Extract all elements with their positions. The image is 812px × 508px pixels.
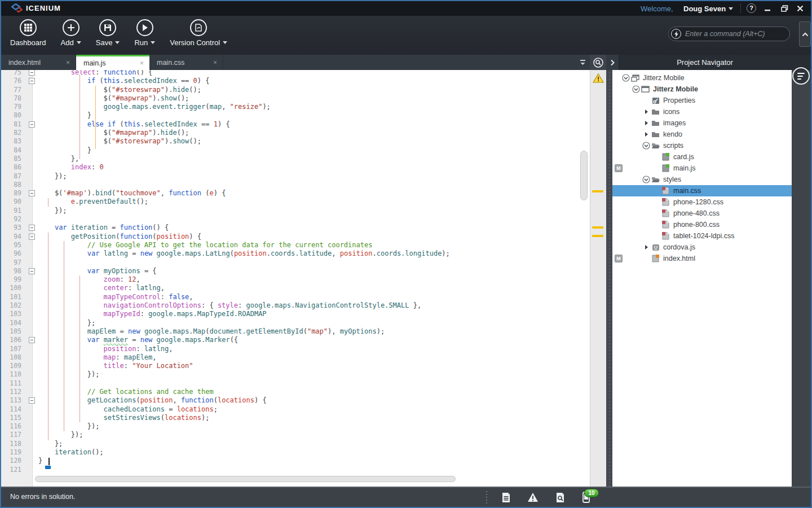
- tree-item-card-js[interactable]: card.js: [612, 151, 792, 163]
- toolbar-button-add[interactable]: Add: [58, 18, 85, 48]
- tree-item-label: tablet-1024-ldpi.css: [673, 232, 734, 240]
- fold-toggle[interactable]: [29, 268, 35, 274]
- tree-item-tablet-1024-ldpi-css[interactable]: tablet-1024-ldpi.css: [612, 230, 792, 242]
- line-number: 119: [1, 448, 26, 457]
- toolbar-button-dashboard[interactable]: Dashboard: [7, 18, 50, 48]
- collapse-node-icon[interactable]: [642, 141, 651, 150]
- line-number: 95: [1, 241, 26, 249]
- tab-main-css[interactable]: main.css×: [149, 55, 223, 70]
- tree-item-images[interactable]: images: [612, 117, 792, 129]
- caret-grip[interactable]: [45, 466, 51, 469]
- fold-column: [26, 77, 38, 85]
- file-css-icon: [661, 209, 670, 218]
- code-line: 82 $("#mapwrap").hide();: [1, 129, 576, 137]
- fold-toggle[interactable]: [29, 234, 35, 240]
- tab-close-icon[interactable]: ×: [51, 59, 70, 66]
- chevron-down-icon[interactable]: [729, 7, 733, 10]
- toolbar-button-run[interactable]: Run: [131, 18, 158, 48]
- expand-node-icon[interactable]: [642, 119, 651, 128]
- chevron-down-icon[interactable]: [151, 41, 155, 44]
- tree-item-scripts[interactable]: scripts: [612, 140, 792, 151]
- horizontal-scrollbar[interactable]: [35, 476, 456, 482]
- collapse-node-icon[interactable]: [642, 175, 651, 184]
- code-editor[interactable]: 75 select: function() {76 if (this.selec…: [1, 70, 606, 487]
- expand-node-icon[interactable]: [642, 107, 651, 116]
- statusbar-grip[interactable]: [485, 491, 488, 505]
- tree-item-phone-480-css[interactable]: phone-480.css: [612, 208, 792, 219]
- fold-toggle[interactable]: [29, 78, 35, 84]
- close-icon[interactable]: [795, 3, 805, 14]
- tree-item-styles[interactable]: styles: [612, 174, 792, 185]
- collapse-toolbar-button[interactable]: [799, 21, 811, 47]
- navigator-menu-icon[interactable]: [792, 67, 810, 85]
- user-menu[interactable]: Doug Seven: [683, 5, 726, 13]
- fold-toggle[interactable]: [29, 190, 35, 196]
- tree-item-phone-1280-css[interactable]: phone-1280.css: [612, 196, 792, 208]
- chevron-down-icon[interactable]: [115, 41, 120, 44]
- change-marker[interactable]: [592, 190, 603, 192]
- fold-column: [26, 396, 38, 405]
- tree-item-jitterz-mobile[interactable]: Jitterz Mobile: [612, 72, 792, 84]
- fold-toggle[interactable]: [29, 337, 35, 343]
- fold-toggle[interactable]: [29, 121, 35, 128]
- expander-spacer: [642, 96, 651, 105]
- collapse-node-icon[interactable]: [632, 85, 641, 94]
- change-marker[interactable]: [592, 235, 603, 237]
- line-number: 77: [1, 86, 26, 94]
- command-input[interactable]: [681, 30, 785, 38]
- tree-item-main-css[interactable]: main.css: [612, 185, 792, 196]
- minimize-icon[interactable]: [762, 3, 773, 14]
- fold-toggle[interactable]: [29, 397, 35, 404]
- restore-icon[interactable]: [779, 3, 789, 14]
- code-text: var myOptions = {: [38, 267, 157, 275]
- expand-panel-icon[interactable]: [606, 55, 619, 70]
- tree-item-properties[interactable]: Properties: [612, 95, 792, 106]
- collapse-node-icon[interactable]: [621, 73, 630, 82]
- warning-icon[interactable]: [593, 73, 604, 85]
- fold-column: [26, 163, 38, 172]
- warning-icon[interactable]: [527, 491, 539, 504]
- chevron-down-icon[interactable]: [223, 41, 227, 44]
- code-text: mapTypeControl: false,: [38, 293, 193, 301]
- tab-close-icon[interactable]: ×: [125, 60, 144, 67]
- tree-item-kendo[interactable]: kendo: [612, 129, 792, 140]
- fold-column: [26, 259, 38, 267]
- vertical-scrollbar[interactable]: [580, 151, 588, 200]
- tree-item-phone-800-css[interactable]: phone-800.css: [612, 219, 792, 230]
- fold-column: [26, 319, 38, 327]
- help-icon[interactable]: ?: [747, 3, 756, 13]
- tree-item-main-js[interactable]: Mmain.js: [612, 163, 792, 174]
- toolbar-button-version-control[interactable]: Version Control: [166, 18, 231, 48]
- code-text: var marker = new google.maps.Marker({: [38, 336, 238, 344]
- document-search-icon[interactable]: [590, 55, 606, 70]
- fold-column: [26, 327, 38, 336]
- fold-toggle[interactable]: [29, 225, 35, 231]
- tree-item-index-html[interactable]: Mindex.html: [612, 253, 792, 264]
- line-number: 121: [1, 466, 26, 474]
- expand-node-icon[interactable]: [642, 243, 651, 252]
- tree-item-jitterz-mobile[interactable]: Jitterz Mobile: [612, 84, 792, 95]
- code-text: });: [38, 172, 67, 181]
- text-caret: [48, 458, 50, 465]
- code-line: 111: [1, 379, 576, 388]
- tab-main-js[interactable]: main.js×: [76, 55, 149, 70]
- tree-item-cordova-js[interactable]: cordova.js: [612, 242, 792, 253]
- find-results-icon[interactable]: [554, 491, 566, 504]
- fold-toggle[interactable]: [29, 70, 35, 76]
- tree-item-label: card.js: [673, 153, 694, 161]
- panel-splitter[interactable]: [606, 70, 612, 487]
- fold-column: [26, 241, 38, 249]
- tab-list-icon[interactable]: [575, 55, 590, 70]
- status-bar: No errors in solution. 10: [1, 487, 811, 507]
- report-icon[interactable]: [500, 491, 512, 504]
- line-number: 93: [1, 224, 26, 232]
- tree-item-icons[interactable]: icons: [612, 106, 792, 117]
- expand-node-icon[interactable]: [642, 130, 651, 139]
- tab-index-html[interactable]: index.html×: [1, 55, 76, 70]
- tree-item-label: Properties: [663, 97, 695, 104]
- code-line: 81 else if (this.selectedIndex == 1) {: [1, 120, 576, 129]
- chevron-down-icon[interactable]: [77, 41, 81, 44]
- change-marker[interactable]: [592, 226, 603, 229]
- tab-close-icon[interactable]: ×: [198, 59, 217, 66]
- toolbar-button-save[interactable]: Save: [92, 18, 123, 48]
